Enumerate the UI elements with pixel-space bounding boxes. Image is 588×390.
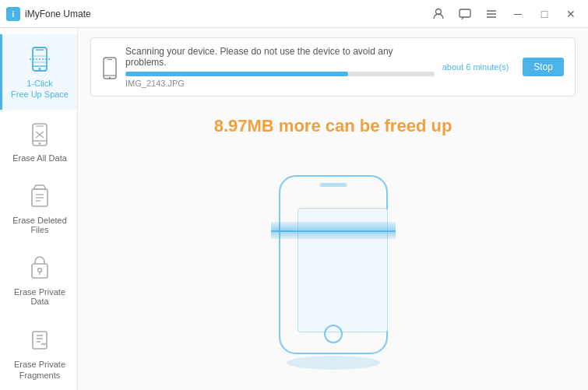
svg-point-9 [39,68,41,70]
titlebar-left: i iMyFone Umate [6,7,91,21]
scan-filename: IMG_2143.JPG [125,79,435,88]
svg-point-23 [38,268,42,272]
phone-body [279,175,388,354]
scan-time-remaining: about 6 minute(s) [442,62,509,72]
app-title: iMyFone Umate [25,9,91,19]
sidebar-item-label-erase-private: Erase Private Data [9,287,71,306]
main-content: Scanning your device. Please do not use … [78,28,588,390]
scan-beam-line [271,230,396,232]
chat-icon[interactable] [454,3,476,25]
phone-illustration [271,160,396,362]
phone-speaker [319,183,347,187]
app-body: 1-Click Free Up Space Erase All Data [0,28,588,390]
profile-icon[interactable] [428,3,449,25]
svg-rect-3 [459,9,470,17]
freed-up-text: 8.97MB more can be freed up [214,116,452,136]
svg-rect-22 [32,264,48,278]
erase-deleted-icon [24,181,55,213]
sidebar-item-erase-deleted[interactable]: Erase Deleted Files [0,172,77,244]
sidebar-item-label-free-up-space: 1-Click Free Up Space [11,78,69,100]
titlebar: i iMyFone Umate ─ □ ✕ [0,0,588,28]
minimize-button[interactable]: ─ [507,3,529,25]
scan-info: Scanning your device. Please do not use … [125,46,435,88]
svg-rect-25 [33,332,47,349]
erase-all-data-icon [24,119,55,150]
sidebar-item-label-erase-deleted: Erase Deleted Files [9,216,71,234]
sidebar-item-erase-fragments[interactable]: Erase Private Fragments [0,315,77,390]
close-button[interactable]: ✕ [560,3,582,25]
erase-fragments-icon [24,325,55,356]
scan-beam [271,222,396,239]
phone-home-button [324,325,343,343]
device-icon [102,57,118,77]
scan-progress-bar: Scanning your device. Please do not use … [90,37,576,97]
scan-visual-area: 8.97MB more can be freed up [78,103,588,390]
sidebar-item-free-up-space[interactable]: 1-Click Free Up Space [0,34,77,110]
hamburger-menu-icon[interactable] [481,3,502,25]
sidebar-item-label-erase-fragments: Erase Private Fragments [14,359,65,381]
svg-point-28 [109,77,111,79]
sidebar: 1-Click Free Up Space Erase All Data [0,28,78,390]
progress-track [125,72,435,76]
svg-point-16 [39,142,41,145]
maximize-button[interactable]: □ [533,3,555,25]
progress-fill [125,72,348,76]
scan-status-text: Scanning your device. Please do not use … [125,46,435,68]
erase-private-icon [24,253,55,284]
app-logo-icon: i [6,7,20,21]
sidebar-item-erase-private[interactable]: Erase Private Data [0,244,77,315]
free-up-space-icon [24,44,55,75]
phone-shadow [287,356,380,370]
sidebar-item-erase-all-data[interactable]: Erase All Data [0,110,77,172]
stop-button[interactable]: Stop [523,58,564,76]
titlebar-controls: ─ □ ✕ [428,3,582,25]
sidebar-item-label-erase-all: Erase All Data [12,153,67,163]
svg-text:i: i [12,10,15,19]
